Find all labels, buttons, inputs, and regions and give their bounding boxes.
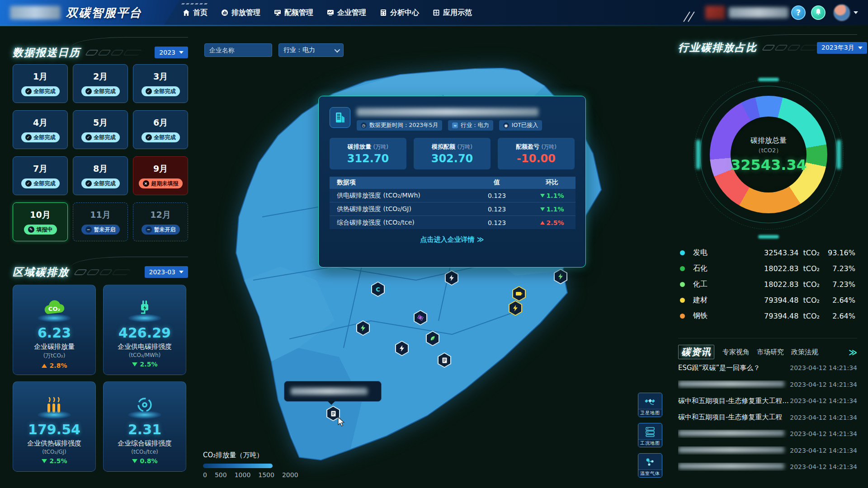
month-card-jan[interactable]: 1月✓全部完成 bbox=[13, 64, 68, 103]
map-marker-eco[interactable] bbox=[426, 331, 439, 346]
month-card-apr[interactable]: 4月✓全部完成 bbox=[13, 110, 68, 149]
month-label: 11月 bbox=[90, 209, 110, 221]
stat-value: 312.70 bbox=[347, 152, 389, 165]
month-card-aug[interactable]: 8月✓全部完成 bbox=[73, 156, 128, 195]
home-icon bbox=[183, 9, 190, 16]
map-marker-power[interactable] bbox=[509, 300, 522, 316]
status-text: 暂未开启 bbox=[94, 226, 116, 234]
company-name-input[interactable] bbox=[204, 43, 272, 57]
legend-row-power[interactable]: 发电 32543.34 tCO₂ 93.16% bbox=[680, 245, 855, 261]
popup-badges: ◷数据更新时间：2023年5月 ≈行业：电力 ◉IOT已接入 bbox=[357, 120, 575, 131]
user-menu-caret[interactable] bbox=[854, 11, 858, 14]
map-marker-power[interactable] bbox=[554, 269, 567, 284]
nav-item-analysis[interactable]: 分析中心 bbox=[380, 8, 419, 18]
ring-glow-left bbox=[696, 140, 700, 169]
stat-card-power-intensity[interactable]: 426.29 企业供电碳排强度 (tCO₂/MWh) 2.5% bbox=[103, 285, 186, 375]
iot-icon: ◉ bbox=[503, 122, 509, 128]
redacted-news-title bbox=[678, 430, 784, 436]
delta-up: 2.5% bbox=[540, 219, 564, 226]
news-item[interactable]: 2023-04-12 14:21:34 bbox=[678, 426, 857, 442]
stat-card-comprehensive-intensity[interactable]: 2.31 企业综合碳排强度 (tCO₂/tce) 0.8% bbox=[103, 381, 186, 472]
news-item[interactable]: 碳中和五期项目-生态修复重大工程 2023-04-12 14:21:34 bbox=[678, 409, 857, 426]
arrow-down-icon bbox=[132, 459, 137, 463]
month-card-sep[interactable]: 9月×超期未填报 bbox=[133, 156, 188, 195]
stat-unit: (tCO₂/GJ) bbox=[42, 449, 66, 455]
news-tab-market[interactable]: 市场研究 bbox=[757, 348, 784, 357]
condition-map-button[interactable]: 工况地图 bbox=[638, 423, 662, 447]
row-item: 综合碳排放强度 (tCO₂/tce) bbox=[330, 219, 465, 227]
calendar-year-dropdown[interactable]: 2023 bbox=[155, 47, 188, 58]
map-marker-carbon[interactable]: C bbox=[371, 282, 385, 297]
month-card-feb[interactable]: 2月✓全部完成 bbox=[73, 64, 128, 103]
grid-icon bbox=[433, 9, 440, 16]
status-badge: ✓全部完成 bbox=[81, 132, 120, 142]
industry-select[interactable]: 行业：电力 bbox=[278, 43, 344, 57]
legend-row-steel[interactable]: 钢铁 79394.48 tCO₂ 2.64% bbox=[680, 308, 855, 324]
lightning-icon bbox=[399, 345, 405, 352]
industry-title: 行业碳排放占比 bbox=[678, 41, 757, 55]
legend-row-building[interactable]: 建材 79394.48 tCO₂ 2.64% bbox=[680, 292, 855, 308]
notifications-button[interactable] bbox=[811, 5, 826, 20]
news-item[interactable]: 2023-04-12 14:21:34 bbox=[678, 376, 857, 393]
check-icon: ✓ bbox=[85, 88, 92, 94]
map-marker-report[interactable] bbox=[438, 352, 451, 368]
news-item-title bbox=[678, 446, 788, 455]
nav-item-label: 企业管理 bbox=[337, 8, 366, 18]
region-period-dropdown[interactable]: 2023-03 bbox=[145, 266, 189, 278]
month-card-jul[interactable]: 7月✓全部完成 bbox=[13, 156, 68, 195]
calendar-year-value: 2023 bbox=[159, 49, 175, 56]
enterprise-detail-link[interactable]: 点击进入企业详情 ≫ bbox=[330, 235, 575, 244]
month-card-mar[interactable]: 3月✓全部完成 bbox=[133, 64, 188, 103]
nav-item-quota[interactable]: 配额管理 bbox=[274, 8, 313, 18]
gauge-icon bbox=[221, 9, 228, 16]
help-button[interactable]: ? bbox=[791, 5, 806, 20]
month-card-jun[interactable]: 6月✓全部完成 bbox=[133, 110, 188, 149]
legend-row-chemical[interactable]: 化工 18022.83 tCO₂ 7.23% bbox=[680, 277, 855, 292]
status-text: 全部完成 bbox=[34, 88, 56, 95]
month-card-oct[interactable]: 10月✎填报中 bbox=[13, 202, 68, 241]
nav-item-enterprise[interactable]: 企业管理 bbox=[327, 8, 366, 18]
news-tab-expert[interactable]: 专家视角 bbox=[722, 348, 750, 357]
redacted-news-title bbox=[678, 381, 784, 387]
map-marker-gas[interactable] bbox=[414, 310, 427, 325]
header-shapes-decoration bbox=[75, 269, 129, 275]
greenhouse-gas-button[interactable]: 温室气体 bbox=[638, 453, 662, 478]
chevron-down-icon bbox=[179, 271, 184, 273]
legend-row-petrochem[interactable]: 石化 18022.83 tCO₂ 7.23% bbox=[680, 261, 855, 277]
legend-dot bbox=[680, 314, 685, 319]
nav-item-demo[interactable]: 应用示范 bbox=[433, 8, 472, 18]
column-header: 值 bbox=[465, 178, 528, 187]
month-card-dec[interactable]: 12月−暂未开启 bbox=[133, 202, 188, 241]
map-marker-power[interactable] bbox=[395, 341, 409, 356]
check-icon: ✓ bbox=[25, 88, 32, 94]
nav-item-emission[interactable]: 排放管理 bbox=[221, 8, 260, 18]
user-avatar[interactable] bbox=[834, 5, 850, 21]
month-card-nov[interactable]: 11月−暂未开启 bbox=[73, 202, 128, 241]
status-badge: ✓全部完成 bbox=[81, 86, 120, 96]
news-title: 碳资讯 bbox=[678, 345, 714, 359]
news-item[interactable]: 2023-04-12 14:21:34 bbox=[678, 459, 857, 475]
map-marker-power[interactable] bbox=[356, 320, 370, 336]
donut-ring[interactable]: 碳排放总量 （tCO2） 32543.34 bbox=[710, 96, 827, 213]
table-row: 供热碳排放强度 (tCO₂/GJ) 0.123 1.1% bbox=[330, 202, 576, 216]
nav-item-home[interactable]: 首页 bbox=[183, 8, 208, 18]
ring-glow-bottom bbox=[758, 235, 779, 239]
map-marker-battery[interactable] bbox=[512, 286, 526, 301]
legend-dot bbox=[680, 298, 685, 303]
news-item[interactable]: 碳中和五期项目-生态修复重大工程... 2023-04-12 14:21:34 bbox=[678, 393, 857, 409]
industry-period-dropdown[interactable]: 2023年3月 bbox=[817, 42, 867, 54]
lightning-icon bbox=[360, 325, 366, 331]
map-marker-power[interactable] bbox=[445, 270, 458, 286]
legend-name: 石化 bbox=[693, 264, 743, 273]
stat-card-emission[interactable]: CO₂ 6.23 企业碳排放量 (万tCO₂) 2.8% bbox=[13, 285, 96, 375]
stat-card-heat-intensity[interactable]: 179.54 企业供热碳排强度 (tCO₂/GJ) 2.5% bbox=[13, 381, 96, 472]
month-card-may[interactable]: 5月✓全部完成 bbox=[73, 110, 128, 149]
news-item[interactable]: 2023-04-12 14:21:34 bbox=[678, 442, 857, 459]
legend-value: 32543.34 tCO₂ bbox=[743, 249, 820, 257]
news-item[interactable]: ESG跟“双碳”是一回事么？ 2023-04-12 14:21:34 bbox=[678, 360, 857, 376]
nav-item-label: 首页 bbox=[193, 8, 208, 18]
satellite-map-button[interactable]: 卫星地图 bbox=[638, 393, 662, 417]
news-tab-policy[interactable]: 政策法规 bbox=[791, 348, 818, 357]
month-label: 6月 bbox=[153, 117, 168, 129]
news-more-link[interactable]: ≫ bbox=[849, 347, 857, 357]
